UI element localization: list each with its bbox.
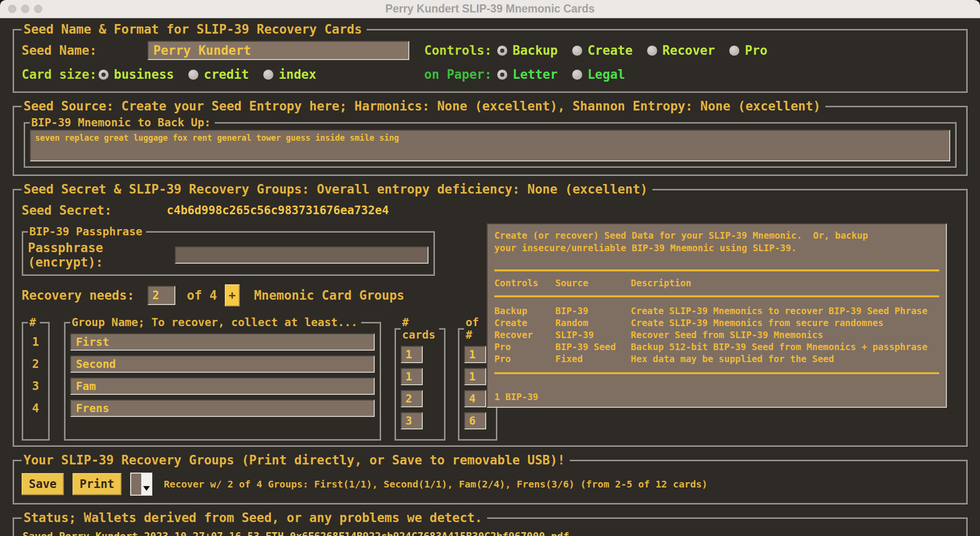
seed-secret-label: Seed Secret:	[22, 203, 147, 218]
group-cards-input-3[interactable]: 2	[401, 390, 423, 407]
app-window: Perry Kundert SLIP-39 Mnemonic Cards See…	[0, 0, 980, 536]
group-of-input-2[interactable]: 1	[464, 368, 486, 385]
radio-controls-recover[interactable]: Recover	[647, 43, 715, 58]
seed-secret-value: c4b6d998c265c56c983731676ea732e4	[167, 204, 389, 217]
radio-controls-backup[interactable]: Backup	[497, 43, 558, 58]
help-header-description: Description	[631, 277, 939, 289]
recovery-needs-row: Recovery needs: 2 of 4 + Mnemonic Card G…	[22, 280, 487, 310]
help-intro-line2: your insecure/unreliable BIP-39 Mnemonic…	[494, 242, 939, 254]
radio-icon	[497, 70, 507, 80]
section-seed-secret-groups: Seed Secret & SLIP-39 Recovery Groups: O…	[12, 182, 968, 447]
passphrase-input[interactable]	[175, 246, 429, 264]
radio-controls-pro[interactable]: Pro	[729, 43, 767, 58]
help-table-row: Backup BIP-39 Create SLIP-39 Mnemonics t…	[494, 305, 939, 317]
output-row: Save Print Recover w/ 2 of 4 Groups: Fir…	[22, 470, 958, 498]
radio-card-business[interactable]: business	[98, 67, 174, 82]
group-name-input-4[interactable]: Frens	[70, 400, 375, 417]
help-panel: Create (or recover) Seed Data for your S…	[487, 223, 947, 408]
group-index-2: 2	[28, 355, 43, 373]
close-button[interactable]	[8, 5, 16, 13]
radio-icon	[572, 70, 582, 80]
group-cards-input-2[interactable]: 1	[401, 368, 423, 385]
controls-label: Controls:	[424, 43, 497, 58]
controls-radio-group: Backup Create Recover Pro	[497, 43, 958, 58]
printer-combobox-field	[131, 474, 141, 495]
group-of-input-4[interactable]: 6	[464, 412, 486, 429]
paper-radio-group: Letter Legal	[497, 67, 958, 82]
seed-name-input[interactable]: Perry Kundert	[147, 41, 409, 60]
group-of-input-3[interactable]: 4	[464, 390, 486, 407]
groups-config-column: Seed Secret: c4b6d998c265c56c983731676ea…	[22, 198, 487, 440]
seed-name-row: Seed Name: Perry Kundert Controls: Backu…	[22, 38, 958, 62]
radio-controls-create[interactable]: Create	[572, 43, 633, 58]
radio-icon	[263, 70, 273, 80]
help-footer: 1 BIP-39	[494, 391, 939, 402]
radio-card-index[interactable]: index	[263, 67, 316, 82]
section-seed-source-title: Seed Source: Create your Seed Entropy he…	[22, 99, 825, 113]
help-table-row: Pro Fixed Hex data may be supplied for t…	[494, 353, 939, 365]
radio-paper-letter[interactable]: Letter	[497, 67, 558, 82]
maximize-button[interactable]	[34, 5, 42, 13]
group-cards-header: # cards	[401, 316, 439, 341]
card-size-radio-group: business credit index	[98, 67, 331, 82]
help-divider	[494, 269, 939, 271]
group-of-input-1[interactable]: 1	[464, 346, 486, 363]
group-name-input-1[interactable]: First	[70, 333, 375, 351]
help-header-source: Source	[555, 277, 631, 289]
section-seed-secret-groups-title: Seed Secret & SLIP-39 Recovery Groups: O…	[22, 182, 652, 196]
group-cards-frame: # cards 1 1 2 3	[394, 316, 445, 440]
window-title: Perry Kundert SLIP-39 Mnemonic Cards	[58, 2, 922, 15]
passphrase-frame: BIP-39 Passphrase Passphrase (encrypt):	[22, 225, 435, 276]
section-seed-source: Seed Source: Create your Seed Entropy he…	[12, 99, 968, 176]
section-output-title: Your SLIP-39 Recovery Groups (Print dire…	[22, 453, 570, 467]
radio-paper-legal[interactable]: Legal	[572, 67, 625, 82]
group-index-frame: # 1 2 3 4	[22, 316, 49, 440]
recovery-suffix-label: Mnemonic Card Groups	[254, 288, 404, 303]
seed-secret-row: Seed Secret: c4b6d998c265c56c983731676ea…	[22, 199, 487, 221]
seed-name-value: Perry Kundert	[153, 43, 251, 58]
group-name-input-2[interactable]: Second	[70, 355, 375, 373]
print-button[interactable]: Print	[73, 473, 122, 495]
chevron-down-icon	[143, 486, 150, 491]
help-intro-line1: Create (or recover) Seed Data for your S…	[494, 229, 939, 242]
save-button[interactable]: Save	[22, 473, 64, 495]
recovery-of-label: of 4	[187, 288, 217, 303]
passphrase-label: Passphrase (encrypt):	[28, 241, 175, 269]
bip39-mnemonic-frame: BIP-39 Mnemonic to Back Up: seven replac…	[24, 116, 956, 168]
group-cards-input-1[interactable]: 1	[401, 346, 423, 363]
help-table-header: Controls Source Description	[494, 277, 939, 289]
mnemonic-textarea[interactable]: seven replace great luggage fox rent gen…	[30, 130, 950, 161]
card-size-label: Card size:	[22, 67, 98, 82]
section-seed-name-format: Seed Name & Format for SLIP-39 Recovery …	[12, 22, 968, 93]
radio-icon	[647, 46, 657, 56]
group-name-header: Group Name; To recover, collect at least…	[70, 316, 361, 329]
card-size-row: Card size: business credit index on Pape…	[22, 62, 958, 86]
radio-icon	[729, 46, 739, 56]
radio-icon	[497, 46, 507, 56]
bip39-mnemonic-frame-title: BIP-39 Mnemonic to Back Up:	[30, 116, 215, 129]
help-table-row: Create Random Create SLIP-39 Mnemonics f…	[494, 317, 939, 329]
help-table-row: Recover SLIP-39 Recover Seed from SLIP-3…	[494, 329, 939, 341]
group-index-3: 3	[28, 378, 43, 395]
group-name-input-3[interactable]: Fam	[70, 378, 375, 395]
titlebar: Perry Kundert SLIP-39 Mnemonic Cards	[0, 0, 980, 18]
recovery-summary: Recover w/ 2 of 4 Groups: First(1/1), Se…	[164, 478, 708, 490]
recovery-needs-input[interactable]: 2	[147, 286, 175, 305]
help-header-controls: Controls	[494, 277, 555, 289]
help-table-row: Pro BIP-39 Seed Backup 512-bit BIP-39 Se…	[494, 341, 939, 353]
printer-combobox[interactable]	[130, 473, 152, 496]
status-message: Saved Perry Kundert-2023-10-27+07.16.53-…	[22, 527, 958, 536]
radio-card-credit[interactable]: credit	[188, 67, 249, 82]
passphrase-frame-title: BIP-39 Passphrase	[28, 225, 146, 238]
add-group-button[interactable]: +	[225, 284, 240, 306]
main-content: Seed Name & Format for SLIP-39 Recovery …	[0, 18, 980, 536]
combobox-arrow-button[interactable]	[141, 474, 151, 495]
seed-name-label: Seed Name:	[22, 43, 147, 58]
group-cards-input-4[interactable]: 3	[401, 412, 423, 429]
minimize-button[interactable]	[21, 5, 29, 13]
section-status: Status; Wallets derived from Seed, or an…	[12, 511, 968, 536]
help-divider	[494, 295, 939, 297]
section-seed-name-format-title: Seed Name & Format for SLIP-39 Recovery …	[22, 22, 367, 37]
group-index-1: 1	[28, 333, 43, 351]
groups-table: # 1 2 3 4 Group Name; To recover, collec…	[22, 316, 487, 440]
